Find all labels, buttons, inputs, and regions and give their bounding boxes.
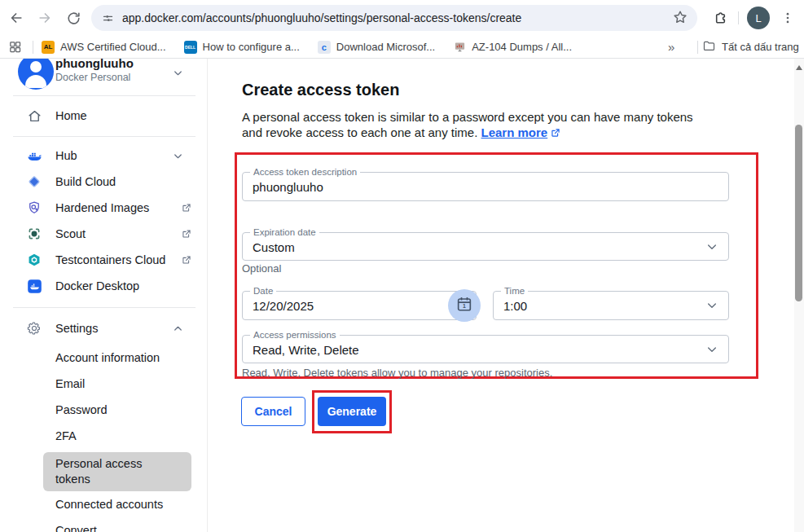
bookmark-aws[interactable]: AL AWS Certified Cloud... <box>42 41 166 54</box>
sidebar-item-label: Personal access tokens <box>55 456 153 487</box>
bookmark-label: How to configure a... <box>203 41 300 53</box>
reload-icon[interactable] <box>64 8 83 28</box>
folder-icon <box>702 39 716 55</box>
gear-icon <box>26 320 42 336</box>
bookmark-label: Download Microsof... <box>336 41 435 53</box>
all-bookmarks-folder[interactable]: Tất cả dấu trang <box>702 39 799 55</box>
sidebar-item-2fa[interactable]: 2FA <box>55 429 77 442</box>
expiration-date-select[interactable]: Expiration date Custom <box>242 232 729 261</box>
bookmark-az104[interactable]: AZ-104 Dumps / All... <box>453 41 572 54</box>
docker-whale-icon <box>26 147 42 164</box>
field-label: Access permissions <box>250 330 340 340</box>
hardened-images-shield-icon <box>26 200 42 216</box>
sidebar-item-settings[interactable]: Settings <box>0 316 208 341</box>
bookmarks-separator <box>33 41 33 54</box>
sidebar-item-testcontainers[interactable]: Testcontainers Cloud <box>0 248 208 272</box>
optional-label: Optional <box>242 262 281 275</box>
field-value: phuongluuho <box>253 180 323 194</box>
docker-desktop-icon <box>26 278 42 294</box>
field-value: 1:00 <box>503 299 527 313</box>
sidebar-item-label: Hub <box>55 149 77 162</box>
page-description: A personal access token is similar to a … <box>242 109 714 142</box>
more-bookmarks-chevron[interactable]: » <box>668 40 674 54</box>
sidebar-item-convert[interactable]: Convert <box>55 524 97 532</box>
sidebar-divider <box>13 136 196 137</box>
sidebar-item-build-cloud[interactable]: Build Cloud <box>0 169 208 194</box>
forward-icon[interactable] <box>35 8 55 28</box>
field-label: Access token description <box>250 167 360 177</box>
generate-button[interactable]: Generate <box>318 397 386 426</box>
sidebar-divider <box>13 95 196 96</box>
scrollbar-up-arrow[interactable] <box>796 65 802 70</box>
toolbar-separator <box>738 11 739 24</box>
all-bookmarks-label: Tất cả dấu trang <box>722 41 799 53</box>
sidebar-item-label: Hardened Images <box>55 201 149 214</box>
extensions-icon[interactable] <box>710 8 730 28</box>
sidebar-item-email[interactable]: Email <box>55 377 85 390</box>
learn-more-external-icon <box>550 126 561 142</box>
settings-chevron-up-icon[interactable] <box>172 323 184 335</box>
sidebar-item-connected-accounts[interactable]: Connected accounts <box>55 498 163 511</box>
sidebar-item-home[interactable]: Home <box>0 103 208 128</box>
url-text[interactable]: app.docker.com/accounts/phuongluuho/sett… <box>122 11 521 24</box>
bookmark-label: AZ-104 Dumps / All... <box>472 41 572 53</box>
sidebar-item-scout[interactable]: Scout <box>0 222 208 246</box>
hub-chevron-down-icon[interactable] <box>172 150 184 162</box>
sidebar-item-personal-access-tokens[interactable]: Personal access tokens <box>43 452 191 491</box>
sidebar-item-account-information[interactable]: Account information <box>55 351 160 364</box>
testcontainers-hexagon-icon <box>26 252 42 268</box>
account-chevron-down-icon[interactable] <box>172 67 184 79</box>
browser-menu-icon[interactable] <box>778 8 797 28</box>
main-content: Create access token A personal access to… <box>208 59 794 532</box>
site-settings-icon[interactable] <box>101 11 115 25</box>
page-title: Create access token <box>242 81 399 99</box>
sidebar-item-docker-desktop[interactable]: Docker Desktop <box>0 274 208 298</box>
cancel-button[interactable]: Cancel <box>241 397 305 426</box>
calendar-picker-button[interactable]: 1 <box>448 289 481 322</box>
field-label: Expiration date <box>250 227 319 237</box>
access-token-description-field[interactable]: Access token description phuongluuho <box>242 172 729 201</box>
dell-favicon: DELL <box>184 41 197 54</box>
calendar-icon: 1 <box>455 295 473 316</box>
account-name: phuongluuho <box>55 59 134 70</box>
chevron-down-icon <box>705 299 718 312</box>
account-switcher[interactable]: phuongluuho Docker Personal <box>18 59 54 90</box>
browser-toolbar: app.docker.com/accounts/phuongluuho/sett… <box>0 0 804 36</box>
description-text: A personal access token is similar to a … <box>242 110 693 139</box>
date-field[interactable]: Date 12/20/2025 <box>242 291 477 320</box>
external-link-icon <box>181 254 192 266</box>
monitor-favicon <box>453 41 466 54</box>
bookmark-download[interactable]: c Download Microsof... <box>318 41 435 54</box>
chevron-down-icon <box>705 343 718 356</box>
apps-grid-icon[interactable] <box>5 37 24 57</box>
field-label: Time <box>501 286 528 296</box>
sidebar-item-label: Testcontainers Cloud <box>55 253 165 266</box>
sidebar-item-password[interactable]: Password <box>55 403 108 416</box>
sidebar-divider <box>13 307 196 308</box>
access-permissions-select[interactable]: Access permissions Read, Write, Delete <box>242 335 729 363</box>
time-select[interactable]: Time 1:00 <box>493 291 729 320</box>
browser-profile-letter: L <box>755 12 761 24</box>
scout-icon <box>26 226 42 242</box>
browser-profile-avatar[interactable]: L <box>747 7 770 29</box>
field-label: Date <box>250 286 276 296</box>
field-value: Custom <box>253 240 295 253</box>
url-bar[interactable]: app.docker.com/accounts/phuongluuho/sett… <box>91 5 697 31</box>
sidebar-item-hub[interactable]: Hub <box>0 143 208 168</box>
bookmark-dell[interactable]: DELL How to configure a... <box>184 41 300 54</box>
sidebar-item-label: Home <box>55 109 87 122</box>
permissions-helper-text: Read, Write, Delete tokens allow you to … <box>242 367 552 379</box>
page-scrollbar[interactable] <box>794 59 804 532</box>
docker-page: phuongluuho Docker Personal Home Hub <box>0 59 804 532</box>
user-avatar <box>18 59 54 90</box>
back-icon[interactable] <box>7 8 26 28</box>
external-link-icon <box>181 228 192 240</box>
learn-more-link[interactable]: Learn more <box>481 125 548 139</box>
build-cloud-icon <box>26 174 42 190</box>
scrollbar-thumb[interactable] <box>795 125 802 301</box>
bookmark-label: AWS Certified Cloud... <box>60 41 166 53</box>
bookmark-star-icon[interactable] <box>671 8 689 29</box>
sidebar-item-label: Scout <box>55 227 86 240</box>
sidebar-item-hardened-images[interactable]: Hardened Images <box>0 196 208 220</box>
home-icon <box>26 108 42 124</box>
